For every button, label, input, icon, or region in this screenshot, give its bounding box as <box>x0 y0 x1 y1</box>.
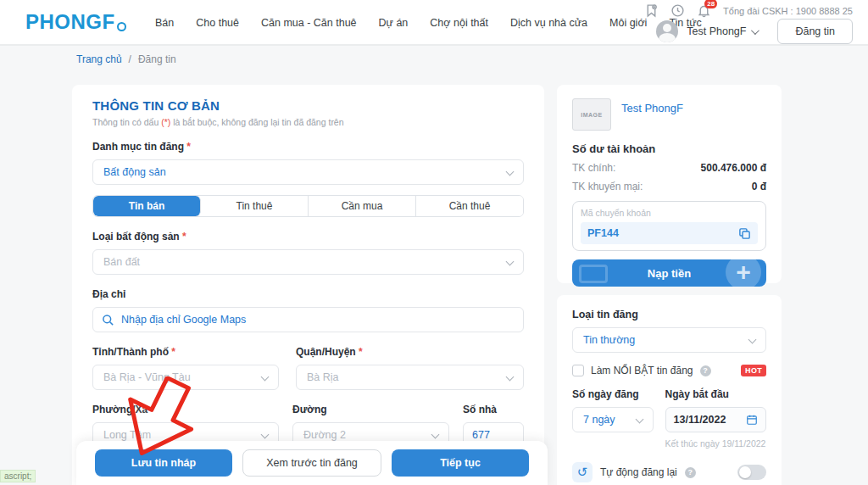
avatar-placeholder-image: IMAGE <box>572 98 611 131</box>
calendar-icon <box>746 414 758 426</box>
district-select[interactable]: Bà Rịa <box>296 365 524 390</box>
link-status-tooltip: ascript; <box>0 470 36 482</box>
province-label: Tỉnh/Thành phố * <box>92 346 279 358</box>
listing-type-title: Loại tin đăng <box>572 309 766 321</box>
chevron-down-icon <box>506 258 515 266</box>
transfer-code-box: Mã chuyển khoản PF144 <box>572 201 766 251</box>
listing-type-select[interactable]: Tin thường <box>572 327 766 353</box>
breadcrumb-separator: / <box>129 53 131 65</box>
listing-kind-tabs: Tin bán Tin thuê Cần mua Cần thuê <box>92 195 524 217</box>
search-icon <box>102 314 114 326</box>
user-avatar[interactable] <box>656 20 678 42</box>
nav-item-ban[interactable]: Bán <box>155 17 174 29</box>
topup-label: Nạp tiền <box>648 267 691 280</box>
save-draft-button[interactable]: Lưu tin nháp <box>95 449 232 477</box>
dates-section: Số ngày đăng 7 ngày Ngày bắt đầu 13/11/2… <box>572 388 766 449</box>
category-label: Danh mục tin đăng * <box>92 141 524 153</box>
header-utility-row: 28 Tổng đài CSKH : 1900 8888 25 <box>644 3 853 18</box>
address-input[interactable] <box>121 314 515 326</box>
card-icon <box>579 265 608 283</box>
promo-balance-label: TK khuyến mại: <box>572 181 643 192</box>
chevron-down-icon <box>261 373 270 382</box>
tab-tin-ban[interactable]: Tin bán <box>93 196 201 216</box>
start-date-picker[interactable]: 13/11/2022 <box>665 407 766 432</box>
user-menu[interactable]: Test PhongF <box>687 25 757 37</box>
continue-button[interactable]: Tiếp tục <box>392 449 529 477</box>
ward-label: Phường/Xã <box>92 404 279 415</box>
form-title: THÔNG TIN CƠ BẢN <box>92 98 524 113</box>
category-select[interactable]: Bất động sản <box>92 159 524 185</box>
notification-badge: 28 <box>704 0 717 8</box>
auto-repost-label: Tự động đăng lại <box>600 466 677 478</box>
tab-tin-thue[interactable]: Tin thuê <box>201 196 309 216</box>
balance-title: Số dư tài khoản <box>572 142 766 155</box>
account-user-name[interactable]: Test PhongF <box>621 102 683 114</box>
preview-button[interactable]: Xem trước tin đăng <box>242 449 381 477</box>
post-listing-button[interactable]: Đăng tin <box>777 19 853 44</box>
breadcrumb: Trang chủ / Đăng tin <box>76 53 176 65</box>
clock-icon[interactable] <box>670 3 685 18</box>
bookmark-add-icon[interactable] <box>644 3 659 18</box>
refresh-icon: ↺ <box>572 462 593 482</box>
street-label: Đường <box>292 404 449 415</box>
chevron-down-icon <box>506 168 515 176</box>
chevron-down-icon <box>431 431 440 439</box>
help-icon[interactable]: ? <box>685 467 696 478</box>
main-nav: Bán Cho thuê Căn mua - Căn thuê Dự án Ch… <box>155 0 702 46</box>
highlight-label: Làm NỔI BẬT tin đăng <box>591 365 693 376</box>
user-name-text: Test PhongF <box>687 25 746 37</box>
account-card: IMAGE Test PhongF Số dư tài khoản TK chí… <box>557 85 782 283</box>
listing-options-card: Loại tin đăng Tin thường Làm NỔI BẬT tin… <box>557 295 782 485</box>
form-subtitle: Thông tin có dấu (*) là bắt buộc, không … <box>92 117 524 127</box>
start-date-label: Ngày bắt đầu <box>665 388 766 400</box>
chevron-down-icon <box>635 415 643 424</box>
days-select[interactable]: 7 ngày <box>572 407 654 432</box>
end-date-note: Kết thúc ngày 19/11/2022 <box>665 438 766 449</box>
address-label: Địa chỉ <box>92 288 524 300</box>
topup-button[interactable]: + Nạp tiền <box>572 259 766 287</box>
nav-item-cho-thue[interactable]: Cho thuê <box>196 17 239 29</box>
required-note-star: (*) <box>161 117 170 127</box>
tab-can-mua[interactable]: Cần mua <box>309 196 416 216</box>
breadcrumb-home[interactable]: Trang chủ <box>76 53 122 65</box>
logo-text: PHONGF <box>25 10 115 33</box>
main-balance-label: TK chính: <box>572 162 615 174</box>
form-action-bar: Lưu tin nháp Xem trước tin đăng Tiếp tục <box>76 441 548 485</box>
header: PHONGF Bán Cho thuê Căn mua - Căn thuê D… <box>0 0 868 46</box>
nav-item-dich-vu-nha-cua[interactable]: Dịch vụ nhà cửa <box>510 17 587 29</box>
transfer-code-label: Mã chuyển khoản <box>581 208 758 218</box>
promo-balance-row: TK khuyến mại: 0 đ <box>572 181 766 192</box>
province-select[interactable]: Bà Rịa - Vũng Tàu <box>92 365 279 390</box>
nav-item-cho-noi-that[interactable]: Chợ nội thất <box>430 17 488 29</box>
breadcrumb-current: Đăng tin <box>138 53 176 65</box>
promo-balance-value: 0 đ <box>752 181 766 192</box>
house-number-label: Số nhà <box>463 404 524 415</box>
main-balance-row: TK chính: 500.476.000 đ <box>572 162 766 174</box>
property-type-label: Loại bất động sản * <box>92 231 524 242</box>
hot-badge: HOT <box>741 365 766 376</box>
basic-info-card: THÔNG TIN CƠ BẢN Thông tin có dấu (*) là… <box>72 85 544 485</box>
nav-item-du-an[interactable]: Dự án <box>379 17 409 29</box>
nav-item-moi-gioi[interactable]: Môi giới <box>609 17 647 29</box>
help-icon[interactable]: ? <box>700 365 711 376</box>
start-date-value: 13/11/2022 <box>674 414 726 426</box>
days-label: Số ngày đăng <box>572 388 654 400</box>
bell-icon[interactable]: 28 <box>697 3 711 18</box>
copy-icon[interactable] <box>738 227 751 240</box>
auto-repost-row: ↺ Tự động đăng lại ? <box>572 462 766 482</box>
chevron-down-icon <box>751 26 760 35</box>
property-type-select[interactable]: Bán đất <box>92 249 524 275</box>
highlight-option-row: Làm NỔI BẬT tin đăng ? HOT <box>572 365 766 376</box>
header-user-row: Test PhongF Đăng tin <box>656 19 853 44</box>
district-label: Quận/Huyện * <box>296 346 524 358</box>
logo[interactable]: PHONGF <box>25 10 115 34</box>
auto-repost-toggle[interactable] <box>737 465 766 480</box>
chevron-down-icon <box>748 336 757 344</box>
nav-item-can-mua-can-thue[interactable]: Căn mua - Căn thuê <box>261 17 357 29</box>
plus-icon: + <box>726 259 761 287</box>
chevron-down-icon <box>261 431 270 439</box>
tab-can-thue[interactable]: Cần thuê <box>416 196 523 216</box>
highlight-checkbox[interactable] <box>572 365 584 376</box>
main-balance-value: 500.476.000 đ <box>701 162 766 174</box>
address-search-box <box>92 307 524 332</box>
